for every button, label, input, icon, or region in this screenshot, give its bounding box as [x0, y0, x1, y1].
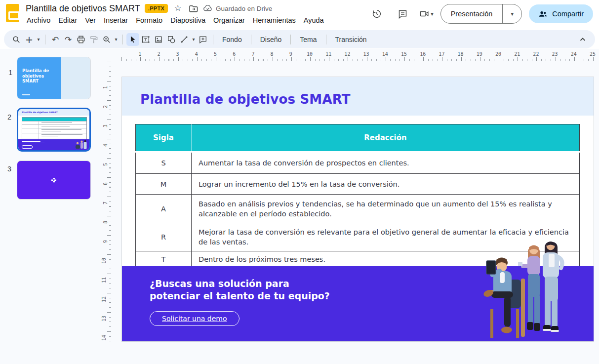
request-demo-label: Solicitar una demo	[162, 315, 227, 323]
ruler-number: 18	[458, 51, 464, 57]
ruler-number: 14	[101, 335, 106, 341]
slide-thumbnail-2-selected[interactable]: Plantilla de objetivos SMART	[17, 108, 91, 152]
thumb2-cta-button	[22, 145, 33, 149]
ruler-number: 5	[102, 163, 108, 166]
toolbar-separator	[290, 35, 291, 44]
ruler-number: 25	[590, 51, 596, 57]
thumb2-title: Plantilla de objetivos SMART	[22, 111, 58, 114]
search-menus-icon[interactable]	[10, 33, 23, 46]
new-slide-plus-icon[interactable]: +	[23, 33, 36, 46]
insert-line-icon[interactable]	[178, 33, 191, 46]
comments-icon[interactable]	[393, 4, 412, 23]
toolbar-separator	[122, 35, 123, 44]
menu-formato[interactable]: Formato	[132, 15, 166, 26]
ruler-number: 1	[138, 51, 141, 57]
thumb2-cta-band	[18, 139, 89, 150]
line-caret-icon[interactable]: ▾	[191, 33, 197, 46]
cell-sigla[interactable]: A	[136, 195, 192, 223]
ruler-number: 15	[401, 51, 407, 57]
ruler-number: 14	[382, 51, 388, 57]
cell-sigla[interactable]: M	[136, 174, 192, 195]
slide-thumbnail-3[interactable]	[17, 161, 91, 200]
request-demo-button[interactable]: Solicitar una demo	[150, 311, 240, 326]
ruler-number: 22	[533, 51, 539, 57]
redo-icon[interactable]: ↷	[62, 33, 75, 46]
slide-thumbnail-1[interactable]: Plantilla de objetivos SMART	[17, 57, 91, 99]
save-status[interactable]: Guardado en Drive	[203, 3, 272, 13]
cell-redaccion[interactable]: Aumentar la tasa de conversión de prospe…	[192, 152, 580, 174]
ruler-number: 12	[344, 51, 350, 57]
document-title[interactable]: Plantilla de objetivos SMART	[26, 3, 140, 14]
menu-herramientas[interactable]: Herramientas	[249, 15, 300, 26]
toolbar: + ▾ ↶ ↷ ▾ ▾ Fondo Diseño Tema Transición	[4, 30, 595, 48]
cta-heading[interactable]: ¿Buscas una solución para potenciar el t…	[150, 278, 330, 302]
print-icon[interactable]	[75, 33, 87, 46]
thumb1-watermark	[22, 94, 30, 95]
ruler-number: 9	[289, 51, 292, 57]
select-tool-icon[interactable]	[126, 33, 139, 46]
menu-ayuda[interactable]: Ayuda	[300, 15, 328, 26]
move-folder-icon[interactable]	[188, 3, 199, 14]
slides-logo-slot	[8, 11, 20, 20]
paint-format-icon	[87, 33, 100, 46]
ruler-number: 10	[307, 51, 313, 57]
background-button[interactable]: Fondo	[217, 34, 247, 45]
share-button-label: Compartir	[552, 10, 584, 18]
collapse-toolbar-chevron-icon[interactable]	[576, 33, 589, 46]
cell-sigla[interactable]: S	[136, 152, 192, 174]
caret-down-icon: ▾	[511, 11, 514, 17]
toolbar-separator	[251, 35, 251, 44]
thumb2-title-band: Plantilla de objetivos SMART	[18, 109, 89, 116]
insert-comment-icon[interactable]	[197, 33, 209, 46]
menu-diapositiva[interactable]: Diapositiva	[166, 15, 209, 26]
cell-redaccion[interactable]: Lograr un incremento del 15% en la tasa …	[192, 174, 580, 195]
new-slide-caret-icon[interactable]: ▾	[36, 33, 41, 46]
transition-button[interactable]: Transición	[330, 34, 372, 45]
ruler-number: 11	[325, 51, 331, 57]
slide-title-text[interactable]: Plantilla de objetivos SMART	[140, 92, 351, 107]
star-icon[interactable]: ☆	[172, 3, 183, 14]
layout-button[interactable]: Diseño	[255, 34, 287, 45]
menu-archivo[interactable]: Archivo	[23, 15, 54, 26]
ruler-number: 8	[102, 221, 108, 224]
app-header: Plantilla de objetivos SMART .PPTX ☆ Gua…	[0, 0, 599, 28]
insert-image-icon[interactable]	[152, 33, 165, 46]
table-header-sigla[interactable]: Sigla	[136, 124, 192, 152]
present-button[interactable]: Presentación	[441, 4, 503, 23]
toolbar-separator	[326, 35, 326, 44]
menu-insertar[interactable]: Insertar	[100, 15, 132, 26]
camera-caret-icon: ▾	[431, 11, 434, 17]
cell-sigla[interactable]: T	[136, 251, 192, 268]
ruler-number: 6	[102, 182, 108, 185]
slides-logo-icon[interactable]	[6, 4, 19, 22]
theme-button[interactable]: Tema	[294, 34, 322, 45]
menu-ver[interactable]: Ver	[81, 15, 100, 26]
ruler-number: 17	[439, 51, 444, 57]
thumb2-table-header	[22, 118, 86, 121]
insert-shape-icon[interactable]	[165, 33, 178, 46]
undo-icon[interactable]: ↶	[49, 33, 62, 46]
pptx-format-badge: .PPTX	[145, 4, 168, 13]
menu-editar[interactable]: Editar	[54, 15, 81, 26]
cell-sigla[interactable]: R	[136, 223, 192, 251]
share-button[interactable]: Compartir	[529, 4, 593, 23]
ruler-number: 5	[214, 51, 217, 57]
present-options-caret[interactable]: ▾	[502, 4, 521, 23]
meet-camera-button[interactable]: ▾	[419, 8, 434, 19]
slide-canvas[interactable]: Plantilla de objetivos SMART Sigla Redac…	[121, 77, 594, 342]
table-header-redaccion[interactable]: Redacción	[192, 124, 580, 152]
ruler-number: 4	[102, 144, 108, 147]
zoom-icon[interactable]	[100, 33, 113, 46]
zoom-caret-icon[interactable]: ▾	[113, 33, 119, 46]
ruler-number: 20	[495, 51, 501, 57]
people-photo	[479, 225, 572, 341]
cell-redaccion[interactable]: Basado en análisis previos y tendencias,…	[192, 195, 580, 223]
workspace: 1 Plantilla de objetivos SMART 2 Plantil…	[0, 49, 599, 364]
cta-heading-line1: ¿Buscas una solución para	[150, 278, 330, 290]
version-history-icon[interactable]	[367, 4, 386, 23]
cta-heading-line2: potenciar el talento de tu equipo?	[150, 290, 330, 302]
title-row: Plantilla de objetivos SMART .PPTX ☆ Gua…	[26, 2, 272, 14]
menu-organizar[interactable]: Organizar	[209, 15, 249, 26]
text-box-icon[interactable]	[139, 33, 152, 46]
thumb1-title: Plantilla de objetivos SMART	[22, 68, 57, 84]
